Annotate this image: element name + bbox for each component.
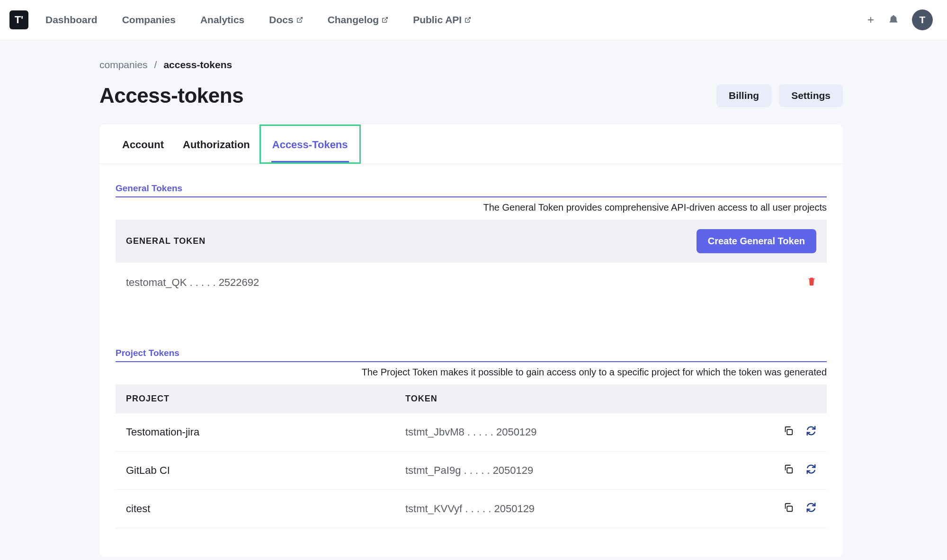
refresh-icon[interactable] [806,464,816,477]
nav-companies[interactable]: Companies [122,14,176,26]
topbar: T' Dashboard Companies Analytics Docs Ch… [0,0,947,40]
breadcrumb-current: access-tokens [163,59,232,71]
nav-dashboard[interactable]: Dashboard [45,14,98,26]
avatar[interactable]: T [912,9,933,30]
svg-line-0 [299,18,302,20]
settings-button[interactable]: Settings [779,84,843,107]
table-row: GitLab CI tstmt_PaI9g . . . . . 2050129 [116,452,827,490]
project-token-value: tstmt_PaI9g . . . . . 2050129 [405,464,783,477]
table-row: citest tstmt_KVVyf . . . . . 2050129 [116,490,827,528]
notifications-icon[interactable] [888,15,899,25]
external-link-icon [296,17,303,23]
project-name: Testomation-jira [126,426,405,438]
general-token-bar: GENERAL TOKEN Create General Token [116,220,827,263]
nav-publicapi[interactable]: Public API [413,14,471,26]
breadcrumb-separator: / [154,59,157,71]
svg-rect-7 [787,506,792,511]
breadcrumb: companies / access-tokens [99,59,843,71]
external-link-icon [382,17,388,23]
project-tokens-table-header: PROJECT TOKEN [116,384,827,413]
tab-access-tokens[interactable]: Access-Tokens [259,124,361,164]
nav-analytics[interactable]: Analytics [200,14,244,26]
nav-docs[interactable]: Docs [269,14,303,26]
billing-button[interactable]: Billing [716,84,771,107]
project-tokens-desc: The Project Token makes it possible to g… [116,367,827,378]
nav-docs-label: Docs [269,14,293,26]
nav-changelog[interactable]: Changelog [328,14,389,26]
general-tokens-heading: General Tokens [116,183,827,197]
project-name: GitLab CI [126,464,405,477]
general-token-value: testomat_QK . . . . . 2522692 [126,276,259,289]
main-nav: Dashboard Companies Analytics Docs Chang… [45,14,471,26]
col-token: TOKEN [405,394,816,404]
copy-icon[interactable] [783,426,794,439]
refresh-icon[interactable] [806,426,816,439]
svg-line-1 [384,18,387,20]
nav-publicapi-label: Public API [413,14,462,26]
add-icon[interactable] [867,16,875,24]
refresh-icon[interactable] [806,502,816,516]
svg-rect-6 [787,468,792,473]
tab-authorization[interactable]: Authorization [173,124,259,164]
project-name: citest [126,503,405,515]
col-project: PROJECT [126,394,405,404]
general-tokens-desc: The General Token provides comprehensive… [116,202,827,213]
copy-icon[interactable] [783,464,794,477]
project-token-value: tstmt_JbvM8 . . . . . 2050129 [405,426,783,438]
project-tokens-heading: Project Tokens [116,348,827,362]
tabs: Account Authorization Access-Tokens [99,124,843,164]
app-logo[interactable]: T' [9,10,28,29]
external-link-icon [465,17,471,23]
breadcrumb-parent[interactable]: companies [99,59,148,71]
create-general-token-button[interactable]: Create General Token [697,229,816,253]
page-header: Access-tokens Billing Settings [99,84,843,107]
table-row: Testomation-jira tstmt_JbvM8 . . . . . 2… [116,413,827,452]
svg-rect-5 [787,429,792,435]
page-title: Access-tokens [99,84,243,107]
topbar-right: T [867,9,938,30]
nav-changelog-label: Changelog [328,14,379,26]
copy-icon[interactable] [783,502,794,516]
svg-line-2 [467,18,470,20]
delete-icon[interactable] [807,276,816,289]
tab-account[interactable]: Account [113,124,173,164]
general-token-row: testomat_QK . . . . . 2522692 [116,263,827,302]
general-token-label: GENERAL TOKEN [126,236,205,246]
project-token-value: tstmt_KVVyf . . . . . 2050129 [405,503,783,515]
main-panel: Account Authorization Access-Tokens Gene… [99,124,843,557]
